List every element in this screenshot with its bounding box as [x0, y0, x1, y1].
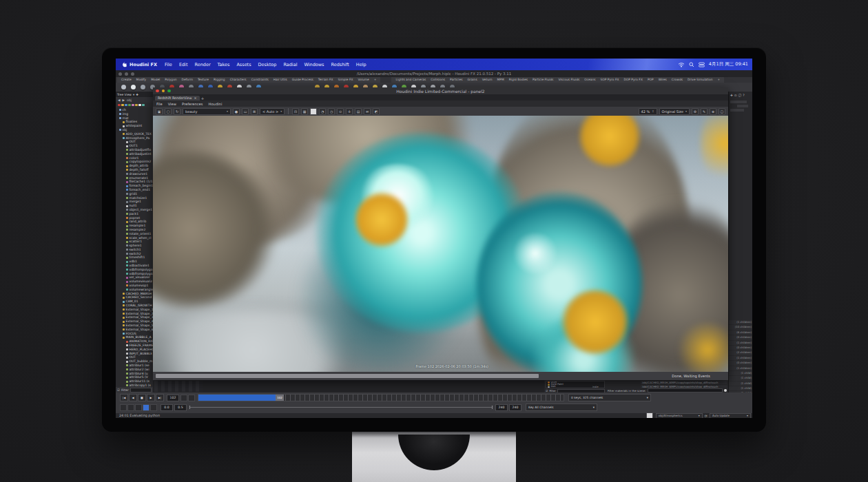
menubar-item[interactable]: Redshift	[331, 62, 349, 67]
side-panel-icon[interactable]: ✚	[730, 94, 733, 97]
material-path[interactable]: /obj/CACHED_MRSH_WMPL/copytopoints/shop_…	[641, 385, 727, 388]
children-count-row[interactable]: (1 child)	[729, 381, 752, 386]
menubar-app-name[interactable]: Houdini FX	[130, 62, 157, 67]
shelf-tab[interactable]: Viscous Fluids	[556, 77, 581, 82]
control-center-icon[interactable]	[699, 62, 705, 67]
auto-mode-dropdown[interactable]: < Auto >▾	[260, 108, 285, 115]
renderview-menu-item[interactable]: Houdini	[209, 102, 223, 106]
shelf-tab[interactable]: Volume	[355, 77, 371, 82]
timeline-ruler[interactable]: 102	[198, 394, 564, 401]
renderview-toolbar-icon[interactable]: ◷	[328, 108, 335, 115]
global-range-slider[interactable]	[189, 407, 493, 408]
shelf-tab[interactable]: Constraints	[249, 77, 271, 82]
tree-filter-input[interactable]	[130, 388, 152, 392]
shelf-tab[interactable]: Grains	[466, 77, 479, 82]
renderview-toolbar-icon[interactable]: ⊕	[710, 108, 716, 115]
renderview-toolbar-icon[interactable]: ⚙	[692, 108, 699, 115]
children-count-row[interactable]: (2 children)	[729, 350, 752, 355]
renderview-toolbar-icon[interactable]: ▢	[165, 108, 172, 115]
node-filter-icon[interactable]	[135, 104, 138, 107]
shelf-tab[interactable]: Collisions	[428, 77, 447, 82]
children-count-row[interactable]: (1 children)	[729, 341, 752, 345]
audio-toggle-icon[interactable]	[127, 404, 134, 411]
menubar-item[interactable]: Edit	[179, 62, 188, 67]
renderview-toolbar-icon[interactable]: ●	[233, 108, 240, 115]
current-frame-field[interactable]: 102	[167, 395, 179, 401]
transport-button[interactable]: |◀	[120, 394, 128, 401]
renderview-menu-item[interactable]: File	[156, 102, 163, 106]
shelf-tool-icon[interactable]	[131, 85, 136, 90]
shelf-tab[interactable]: SOP Pyro FX	[599, 77, 621, 82]
side-panel-icon[interactable]: ⊙	[734, 94, 737, 97]
renderview-toolbar-icon[interactable]: ⊙	[337, 108, 344, 115]
auto-update-dropdown[interactable]: Auto Update▾	[710, 413, 751, 419]
menubar-item[interactable]: Radial	[283, 62, 297, 67]
shelf-tab[interactable]: Particles	[448, 77, 465, 82]
playbar-option-button[interactable]	[188, 395, 195, 401]
menubar-item[interactable]: Help	[356, 62, 366, 67]
children-count-row[interactable]: (1 child)	[729, 386, 752, 390]
children-count-row[interactable]: (1 children)	[729, 356, 752, 360]
playhead[interactable]: 102	[276, 395, 284, 401]
context-dropdown[interactable]: obj/Atmospherics▾	[656, 413, 703, 419]
shelf-tab[interactable]: Model	[149, 77, 162, 82]
range-step-field[interactable]: 0.5	[174, 404, 187, 411]
autokey-toggle-icon[interactable]	[143, 404, 149, 411]
tree-view-tab[interactable]: Tree View	[117, 93, 132, 96]
node-filter-icon[interactable]	[132, 104, 134, 107]
range-end-field2[interactable]: 240	[509, 404, 521, 411]
node-filter-icon[interactable]	[142, 104, 145, 107]
shelf-tab[interactable]: Modify	[134, 77, 149, 82]
renderview-toolbar-icon[interactable]: ⊡	[292, 108, 299, 115]
spotlight-search-icon[interactable]	[689, 62, 694, 67]
node-filter-icon[interactable]	[138, 104, 141, 107]
node-filter-icon[interactable]	[128, 104, 131, 107]
renderview-toolbar-icon[interactable]: ◔	[319, 108, 326, 115]
renderview-menu-item[interactable]: Preferences	[182, 102, 203, 106]
shelf-tab[interactable]: Crowds	[670, 77, 685, 82]
add-pane-tab-icon[interactable]: ✚	[136, 93, 138, 96]
renderview-toolbar-icon[interactable]: ⓘ	[719, 108, 725, 115]
shelf-tab[interactable]: Hair Utils	[271, 77, 289, 82]
node-filter-icon[interactable]	[121, 104, 124, 107]
renderview-menu-item[interactable]: View	[168, 102, 176, 106]
shelf-tool-icon[interactable]	[121, 85, 126, 90]
renderview-toolbar-icon[interactable]: ▦	[301, 108, 308, 115]
renderview-toolbar-icon[interactable]: ✉	[364, 108, 371, 115]
shelf-tool-icon[interactable]	[141, 85, 145, 90]
menubar-item[interactable]: File	[165, 62, 172, 67]
shelf-tab[interactable]: +	[372, 77, 379, 82]
children-count-row[interactable]: (0 children)	[729, 335, 752, 339]
apple-menu-icon[interactable]	[121, 61, 127, 67]
shelf-tab[interactable]: DOP Pyro FX	[621, 77, 644, 82]
playbar-option-button[interactable]	[180, 395, 187, 401]
side-panel-icon[interactable]: ⓘ	[738, 94, 742, 97]
shelf-tab[interactable]: MPM	[495, 77, 506, 82]
range-end-field[interactable]: 240	[495, 404, 508, 411]
background-swatch[interactable]	[310, 108, 317, 115]
add-tab-icon[interactable]: +	[201, 96, 205, 101]
renderview-toolbar-icon[interactable]: ↻	[174, 108, 180, 115]
renderview-toolbar-icon[interactable]: ✛	[346, 108, 353, 115]
menubar-item[interactable]: Takes	[218, 62, 230, 67]
transport-button[interactable]: ■	[138, 394, 146, 401]
shelf-tab[interactable]: Particle Fluids	[530, 77, 555, 82]
renderview-toolbar-icon[interactable]: ◩	[373, 108, 380, 115]
close-tab-icon[interactable]: ×	[194, 96, 196, 100]
shelf-tab[interactable]: Create	[119, 77, 134, 82]
renderview-toolbar-icon[interactable]: ▭	[242, 108, 249, 115]
children-count-row[interactable]: (10 children)	[729, 325, 752, 329]
shelf-tab[interactable]: Lights and Cameras	[393, 77, 428, 82]
shelf-tab[interactable]: Characters	[228, 77, 249, 82]
children-count-row[interactable]: (1 children)	[729, 320, 752, 324]
tree-path[interactable]: obj	[127, 98, 132, 102]
transport-button[interactable]: ◀	[129, 394, 137, 401]
filter-checkbox[interactable]: ☑	[117, 388, 120, 392]
shelf-tab[interactable]: POP	[645, 77, 656, 82]
children-count-row[interactable]: (6 children)	[729, 331, 752, 335]
dopnet-toggle-icon[interactable]	[150, 404, 157, 411]
shelf-tab[interactable]: Guide Process	[290, 77, 316, 82]
range-start-field[interactable]: 0.0	[161, 404, 173, 411]
aov-dropdown[interactable]: beauty▾	[183, 108, 231, 115]
children-count-row[interactable]: (1 child)	[729, 371, 752, 375]
